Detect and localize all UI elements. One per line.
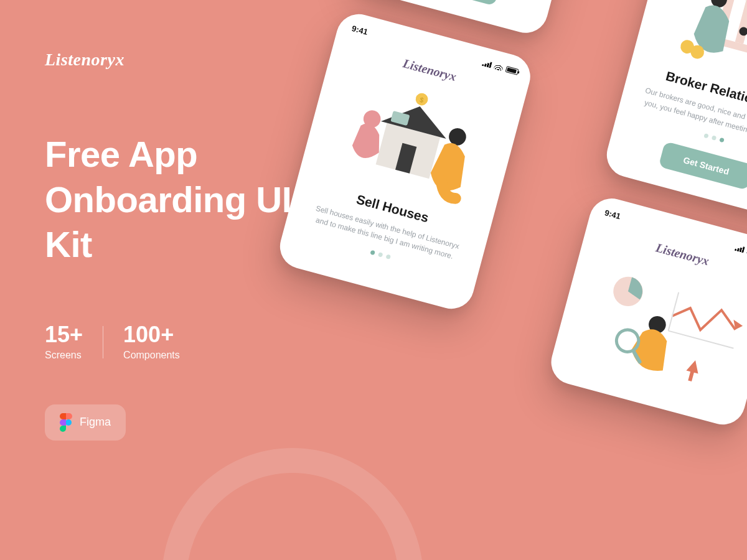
stat-components-number: 100+ xyxy=(123,324,180,346)
status-icons xyxy=(735,245,747,260)
stat-screens-label: Screens xyxy=(45,350,83,361)
status-icons xyxy=(482,60,519,75)
headline: Free App Onboarding UI Kit xyxy=(45,132,331,268)
stat-components: 100+ Components xyxy=(123,324,180,361)
phone-broker: 9:41 Listenoryx $ xyxy=(602,0,747,222)
figma-chip-label: Figma xyxy=(80,416,111,429)
dot-icon xyxy=(711,135,716,141)
stat-components-label: Components xyxy=(123,350,180,361)
dot-icon xyxy=(370,250,375,256)
dot-icon xyxy=(377,252,383,258)
brand-logo: Listenoryx xyxy=(45,50,331,70)
battery-icon xyxy=(505,66,519,75)
dot-icon xyxy=(385,254,391,259)
status-time: 9:41 xyxy=(351,24,369,37)
dot-icon xyxy=(703,133,709,139)
phone-analytics: 9:41 Listenoryx xyxy=(546,194,747,429)
svg-point-0 xyxy=(65,419,72,426)
get-started-button[interactable]: Get Started xyxy=(406,0,501,6)
stat-divider xyxy=(103,326,103,358)
stat-screens-number: 15+ xyxy=(45,324,83,346)
hero-left-panel: Listenoryx Free App Onboarding UI Kit 15… xyxy=(45,50,331,441)
stat-screens: 15+ Screens xyxy=(45,324,83,361)
svg-rect-17 xyxy=(735,1,747,44)
svg-line-30 xyxy=(669,292,679,331)
cellular-signal-icon xyxy=(735,245,745,253)
stats-row: 15+ Screens 100+ Components xyxy=(45,324,331,361)
figma-chip[interactable]: Figma xyxy=(45,404,126,441)
get-started-button[interactable]: Get Started xyxy=(659,141,747,190)
status-time: 9:41 xyxy=(604,208,622,221)
illustration-analytics-icon xyxy=(566,250,747,399)
wifi-icon xyxy=(494,63,504,71)
cellular-signal-icon xyxy=(482,60,492,68)
svg-marker-35 xyxy=(684,359,702,383)
figma-icon xyxy=(60,413,72,432)
svg-line-31 xyxy=(669,331,734,348)
dot-icon xyxy=(719,138,725,143)
